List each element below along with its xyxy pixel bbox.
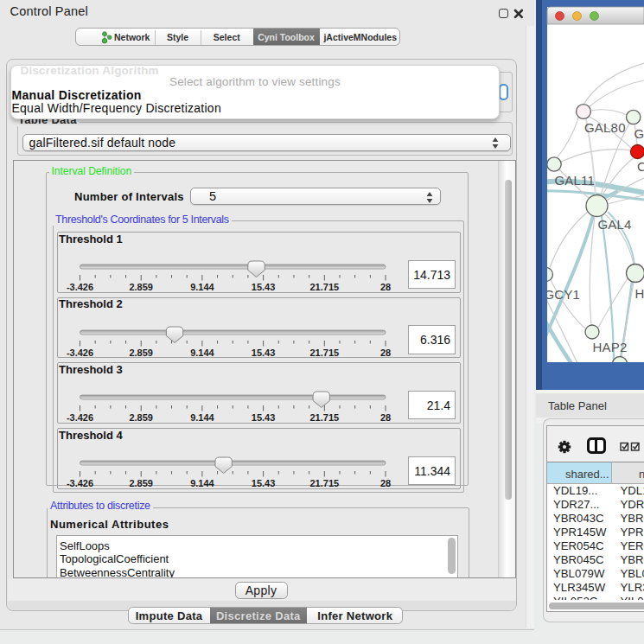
svg-text:GAL11: GAL11 (555, 173, 596, 188)
svg-text:28: 28 (379, 347, 390, 357)
svg-text:-3.426: -3.426 (66, 282, 92, 292)
svg-text:28: 28 (379, 412, 390, 423)
svg-text:2.859: 2.859 (129, 412, 153, 423)
svg-text:9.144: 9.144 (190, 478, 214, 488)
svg-text:HAP2: HAP2 (593, 340, 628, 354)
svg-text:21.715: 21.715 (309, 412, 339, 423)
svg-text:15.43: 15.43 (251, 412, 275, 423)
svg-text:2.859: 2.859 (129, 282, 153, 292)
svg-text:-3.426: -3.426 (66, 478, 92, 488)
svg-text:-3.426: -3.426 (66, 347, 92, 357)
svg-text:15.43: 15.43 (251, 282, 275, 292)
svg-text:15.43: 15.43 (251, 478, 275, 488)
svg-text:28: 28 (379, 282, 390, 292)
svg-text:2.859: 2.859 (129, 347, 153, 357)
svg-text:9.144: 9.144 (190, 282, 214, 292)
svg-text:GAL4: GAL4 (598, 217, 632, 232)
svg-text:21.715: 21.715 (309, 282, 339, 292)
svg-text:28: 28 (379, 478, 390, 488)
svg-text:15.43: 15.43 (251, 347, 275, 357)
svg-text:9.144: 9.144 (190, 412, 214, 423)
svg-text:GCY1: GCY1 (545, 287, 581, 302)
svg-text:GAL: GAL (634, 126, 644, 141)
svg-text:HIS: HIS (635, 286, 644, 301)
svg-text:21.715: 21.715 (309, 347, 339, 357)
svg-text:GAL80: GAL80 (584, 120, 626, 135)
svg-text:-3.426: -3.426 (66, 412, 92, 423)
svg-text:2.859: 2.859 (129, 478, 153, 488)
svg-text:9.144: 9.144 (190, 347, 214, 357)
svg-text:21.715: 21.715 (309, 478, 339, 488)
svg-text:CD: CD (637, 159, 644, 174)
